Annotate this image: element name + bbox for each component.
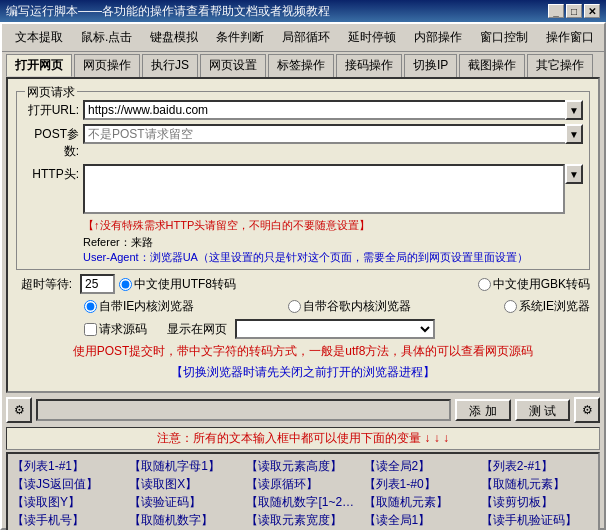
main-window: 文本提取 鼠标.点击 键盘模拟 条件判断 局部循环 延时停顿 内部操作 窗口控制… <box>0 22 606 530</box>
checkbox-source-input[interactable] <box>84 323 97 336</box>
test-button[interactable]: 测 试 <box>515 399 570 421</box>
show-select[interactable] <box>235 319 435 339</box>
maximize-button[interactable]: □ <box>566 4 582 18</box>
tab-page-op[interactable]: 网页操作 <box>74 54 140 77</box>
radio-sys-ie-input[interactable] <box>504 300 517 313</box>
post-row: POST参数: ▼ <box>23 124 583 160</box>
add-button[interactable]: 添 加 <box>455 399 510 421</box>
checkbox-source-label: 请求源码 <box>99 321 147 338</box>
var-item-14[interactable]: 【读剪切板】 <box>481 494 594 511</box>
post-input[interactable] <box>83 124 565 144</box>
var-item-17[interactable]: 【读取元素宽度】 <box>246 512 359 529</box>
radio-chrome-label: 自带谷歌内核浏览器 <box>303 298 411 315</box>
info-line3: User-Agent：浏览器UA（这里设置的只是针对这个页面，需要全局的到网页设… <box>83 250 583 265</box>
menu-delay[interactable]: 延时停顿 <box>339 26 405 49</box>
group-title: 网页请求 <box>25 84 77 101</box>
timeout-label: 超时等待: <box>16 276 76 293</box>
minimize-button[interactable]: _ <box>548 4 564 18</box>
tab-screenshot[interactable]: 截图操作 <box>459 54 525 77</box>
radio-gbk: 中文使用GBK转码 <box>478 276 590 293</box>
http-header-row: HTTP头: ▼ <box>23 164 583 214</box>
gear-right-btn[interactable]: ⚙ <box>574 397 600 423</box>
checkbox-source: 请求源码 <box>84 321 147 338</box>
title-controls: _ □ ✕ <box>548 4 600 18</box>
info-line1: 【↑没有特殊需求HTTP头请留空，不明白的不要随意设置】 <box>83 218 583 233</box>
timeout-input[interactable] <box>80 274 115 294</box>
tab-other-op[interactable]: 其它操作 <box>527 54 593 77</box>
var-item-18[interactable]: 【读全局1】 <box>364 512 477 529</box>
checkbox-row: 请求源码 显示在网页 <box>16 319 590 339</box>
radio-gbk-label: 中文使用GBK转码 <box>493 276 590 293</box>
post-label: POST参数: <box>23 124 83 160</box>
tab-row2: 打开网页 网页操作 执行JS 网页设置 标签操作 接码操作 切换IP 截图操作 … <box>2 52 604 77</box>
button-row: ⚙ 添 加 测 试 ⚙ <box>6 397 600 423</box>
info-area: 【↑没有特殊需求HTTP头请留空，不明白的不要随意设置】 Referer：来路 … <box>83 218 583 265</box>
close-button[interactable]: ✕ <box>584 4 600 18</box>
url-input[interactable] <box>83 100 565 120</box>
tab-exec-js[interactable]: 执行JS <box>142 54 198 77</box>
http-dropdown-btn[interactable]: ▼ <box>565 164 583 184</box>
var-item-0[interactable]: 【列表1-#1】 <box>12 458 125 475</box>
menu-condition[interactable]: 条件判断 <box>207 26 273 49</box>
webpage-request-group: 网页请求 打开URL: ▼ POST参数: ▼ HTTP头: ▼ <box>16 91 590 270</box>
tab-open-page[interactable]: 打开网页 <box>6 54 72 77</box>
info-line2: Referer：来路 <box>83 235 583 250</box>
http-label: HTTP头: <box>23 164 83 183</box>
radio-gbk-input[interactable] <box>478 278 491 291</box>
var-item-4[interactable]: 【列表2-#1】 <box>481 458 594 475</box>
url-row: 打开URL: ▼ <box>23 100 583 120</box>
url-label: 打开URL: <box>23 100 83 119</box>
var-item-15[interactable]: 【读手机号】 <box>12 512 125 529</box>
menu-window-ctrl[interactable]: 窗口控制 <box>471 26 537 49</box>
var-item-9[interactable]: 【取随机元素】 <box>481 476 594 493</box>
var-item-2[interactable]: 【读取元素高度】 <box>246 458 359 475</box>
var-item-13[interactable]: 【取随机元素】 <box>364 494 477 511</box>
var-item-1[interactable]: 【取随机字母1】 <box>129 458 242 475</box>
var-item-7[interactable]: 【读原循环】 <box>246 476 359 493</box>
radio-utf8: 中文使用UTF8转码 <box>119 276 236 293</box>
menu-internal[interactable]: 内部操作 <box>405 26 471 49</box>
notice-bar: 注意：所有的文本输入框中都可以使用下面的变量 ↓ ↓ ↓ <box>6 427 600 450</box>
show-label: 显示在网页 <box>167 321 227 338</box>
post-dropdown-btn[interactable]: ▼ <box>565 124 583 144</box>
radio-sys-ie: 系统IE浏览器 <box>504 298 590 315</box>
menu-text-extract[interactable]: 文本提取 <box>6 26 72 49</box>
tab-switch-ip[interactable]: 切换IP <box>404 54 457 77</box>
var-item-6[interactable]: 【读取图X】 <box>129 476 242 493</box>
title-bar: 编写运行脚本——各功能的操作请查看帮助文档或者视频教程 _ □ ✕ <box>0 0 606 22</box>
bottom-info: 使用POST提交时，带中文字符的转码方式，一般是utf8方法，具体的可以查看网页… <box>16 343 590 360</box>
gear-left-icon: ⚙ <box>14 403 25 417</box>
tab-code-op[interactable]: 接码操作 <box>336 54 402 77</box>
var-item-16[interactable]: 【取随机数字】 <box>129 512 242 529</box>
menu-bar-row1: 文本提取 鼠标.点击 键盘模拟 条件判断 局部循环 延时停顿 内部操作 窗口控制… <box>2 24 604 52</box>
title-text: 编写运行脚本——各功能的操作请查看帮助文档或者视频教程 <box>6 3 330 20</box>
variables-grid: 【列表1-#1】【取随机字母1】【读取元素高度】【读全局2】【列表2-#1】【读… <box>12 458 594 529</box>
bottom-link: 【切换浏览器时请先关闭之前打开的浏览器进程】 <box>16 364 590 381</box>
tab-tag-op[interactable]: 标签操作 <box>268 54 334 77</box>
menu-loop[interactable]: 局部循环 <box>273 26 339 49</box>
menu-keyboard[interactable]: 键盘模拟 <box>141 26 207 49</box>
variables-area: 【列表1-#1】【取随机字母1】【读取元素高度】【读全局2】【列表2-#1】【读… <box>6 452 600 530</box>
http-textarea[interactable] <box>83 164 565 214</box>
var-item-3[interactable]: 【读全局2】 <box>364 458 477 475</box>
radio-utf8-label: 中文使用UTF8转码 <box>134 276 236 293</box>
url-dropdown-btn[interactable]: ▼ <box>565 100 583 120</box>
var-item-10[interactable]: 【读取图Y】 <box>12 494 125 511</box>
menu-window-op[interactable]: 操作窗口 <box>537 26 603 49</box>
var-item-11[interactable]: 【读验证码】 <box>129 494 242 511</box>
radio-utf8-input[interactable] <box>119 278 132 291</box>
var-item-8[interactable]: 【列表1-#0】 <box>364 476 477 493</box>
gear-right-icon: ⚙ <box>582 403 593 417</box>
var-item-5[interactable]: 【读JS返回值】 <box>12 476 125 493</box>
var-item-19[interactable]: 【读手机验证码】 <box>481 512 594 529</box>
radio-chrome-input[interactable] <box>288 300 301 313</box>
radio-chrome: 自带谷歌内核浏览器 <box>288 298 411 315</box>
gear-left-btn[interactable]: ⚙ <box>6 397 32 423</box>
menu-mouse-click[interactable]: 鼠标.点击 <box>72 26 141 49</box>
tab-page-settings[interactable]: 网页设置 <box>200 54 266 77</box>
browser-row: 自带IE内核浏览器 自带谷歌内核浏览器 系统IE浏览器 <box>16 298 590 315</box>
variable-input[interactable] <box>36 399 451 421</box>
var-item-12[interactable]: 【取随机数字[1~20]】 <box>246 494 359 511</box>
radio-ie-input[interactable] <box>84 300 97 313</box>
radio-sys-ie-label: 系统IE浏览器 <box>519 298 590 315</box>
